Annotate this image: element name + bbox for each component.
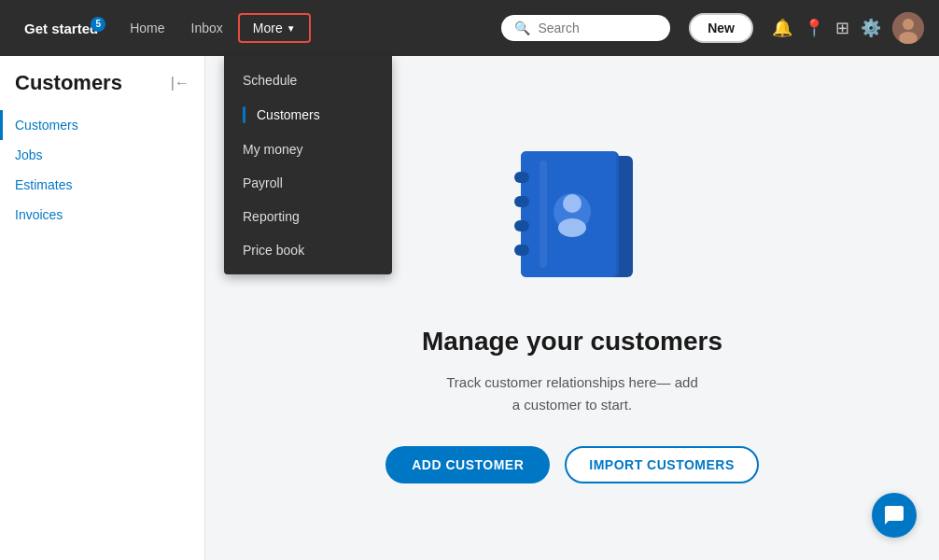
dropdown-item-schedule[interactable]: Schedule [224, 63, 392, 97]
hero-illustration [488, 133, 656, 301]
new-button[interactable]: New [689, 13, 753, 43]
dropdown-item-payroll[interactable]: Payroll [224, 166, 392, 200]
svg-rect-6 [514, 172, 529, 183]
import-customers-button[interactable]: IMPORT CUSTOMERS [565, 446, 759, 483]
dropdown-item-mymoney[interactable]: My money [224, 133, 392, 166]
search-bar: 🔍 [501, 15, 670, 41]
svg-rect-7 [514, 196, 529, 207]
sidebar-item-jobs[interactable]: Jobs [0, 140, 204, 170]
inbox-link[interactable]: Inbox [180, 13, 234, 43]
sidebar-item-invoices[interactable]: Invoices [0, 200, 204, 230]
chevron-down-icon: ▼ [287, 23, 296, 34]
dropdown-item-customers[interactable]: Customers [224, 97, 392, 133]
get-started-link[interactable]: Get started 5 [15, 15, 107, 42]
search-icon: 🔍 [514, 21, 530, 35]
navbar: Get started 5 Home Inbox More ▼ 🔍 New 🔔 … [0, 0, 939, 56]
sidebar: Customers |← Customers Jobs Estimates In… [0, 56, 205, 560]
svg-point-1 [903, 19, 914, 30]
search-input[interactable] [538, 21, 657, 35]
sidebar-item-estimates[interactable]: Estimates [0, 170, 204, 200]
hero-subtitle: Track customer relationships here— add a… [441, 371, 703, 416]
chat-fab-button[interactable] [872, 493, 917, 538]
sidebar-title: Customers [15, 71, 122, 95]
dropdown-item-reporting[interactable]: Reporting [224, 200, 392, 233]
avatar[interactable] [892, 12, 924, 44]
notifications-icon[interactable]: 🔔 [772, 18, 792, 38]
sidebar-nav: Customers Jobs Estimates Invoices [0, 110, 204, 230]
home-link[interactable]: Home [119, 13, 175, 43]
nav-icons: 🔔 📍 ⊞ ⚙️ [772, 12, 924, 44]
svg-rect-9 [514, 245, 529, 256]
settings-icon[interactable]: ⚙️ [861, 18, 881, 38]
notification-badge: 5 [91, 17, 105, 32]
more-button[interactable]: More ▼ [238, 13, 311, 43]
svg-point-12 [558, 218, 586, 237]
sidebar-item-customers[interactable]: Customers [0, 110, 204, 140]
svg-rect-13 [540, 161, 547, 268]
hero-title: Manage your customers [422, 327, 722, 357]
add-customer-button[interactable]: ADD CUSTOMER [385, 446, 550, 483]
svg-point-11 [563, 194, 582, 213]
more-dropdown: Schedule Customers My money Payroll Repo… [224, 56, 392, 274]
main-layout: Customers |← Customers Jobs Estimates In… [0, 56, 939, 560]
active-indicator [243, 106, 245, 123]
sidebar-header: Customers |← [0, 71, 204, 110]
svg-rect-8 [514, 220, 529, 231]
sidebar-collapse-button[interactable]: |← [171, 75, 189, 91]
dropdown-item-pricebook[interactable]: Price book [224, 233, 392, 267]
location-icon[interactable]: 📍 [804, 18, 824, 38]
apps-icon[interactable]: ⊞ [835, 18, 849, 38]
hero-actions: ADD CUSTOMER IMPORT CUSTOMERS [385, 446, 759, 483]
